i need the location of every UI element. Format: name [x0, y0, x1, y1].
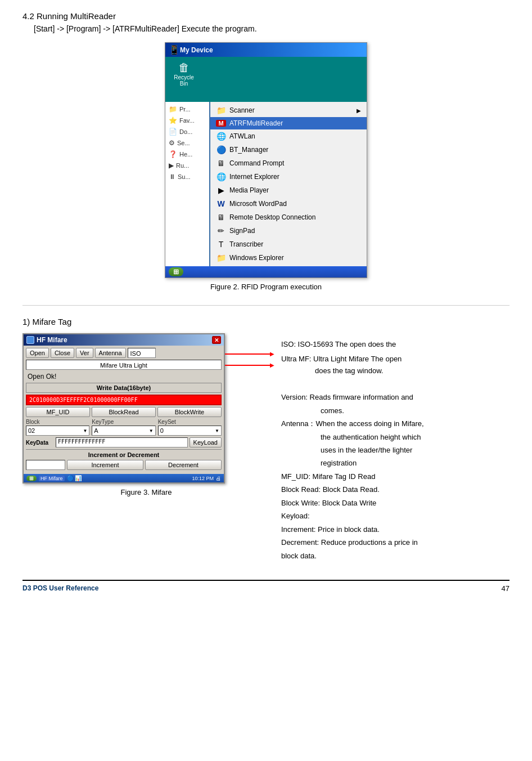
menu-item-windows-explorer[interactable]: 📁 Windows Explorer [210, 251, 367, 265]
statusbar-start-icon[interactable]: ⊞ [26, 476, 37, 481]
keyload-button[interactable]: KeyLoad [190, 437, 222, 447]
write-data-label: Write Data(16byte) [26, 383, 222, 393]
keydata-label: KeyData [26, 440, 54, 446]
menu-item-transcriber[interactable]: T Transcriber [210, 238, 367, 251]
menu-item-ie[interactable]: 🌐 Internet Explorer [210, 170, 367, 183]
atrfmr-icon: M [216, 120, 226, 127]
mifare-titlebar-left: HF Mifare [26, 336, 67, 344]
block-read-button[interactable]: BlockRead [92, 407, 156, 417]
start-button[interactable]: ⊞ [169, 267, 183, 276]
keyset-arrow-icon: ▼ [215, 428, 219, 433]
menu-content: 📁Pr... ⭐Fav... 📄Do... ⚙Se... ❓He... ▶Ru.… [165, 102, 367, 266]
footer-page-number: 47 [502, 584, 510, 593]
statusbar-left: ⊞ HF Mifare 🔵 📊 [26, 475, 82, 481]
menu-item-command-prompt[interactable]: 🖥 Command Prompt [210, 156, 367, 170]
iso-annotation: ISO: ISO-15693 The open does the [281, 339, 510, 350]
mifare-layout: HF Mifare ✕ Open Close Ver Antenna ISO [22, 333, 510, 563]
rd-label: Remote Desktop Connection [229, 213, 315, 221]
scanner-arrow: ▶ [357, 108, 361, 114]
screenshot-titlebar: 📱 My Device [165, 43, 367, 57]
statusbar-hf-item[interactable]: HF Mifare [39, 476, 65, 481]
printer-icon: 🖨 [216, 476, 221, 481]
section-title: 4.2 Running MultiReader [22, 11, 510, 21]
left-item-sus[interactable]: ⏸Su... [165, 171, 209, 182]
iso-input: ISO [128, 348, 156, 358]
signpad-icon: ✏ [216, 226, 226, 235]
scanner-icon: 📁 [216, 106, 226, 115]
transcriber-label: Transcriber [229, 240, 263, 248]
menu-item-media-player[interactable]: ▶ Media Player [210, 183, 367, 197]
block-write-button[interactable]: BlockWrite [157, 407, 222, 417]
left-item-hel[interactable]: ❓He... [165, 149, 209, 160]
wordpad-icon: W [216, 199, 226, 208]
menu-right-panel: 📁 Scanner ▶ M ATRFMultiReader 🌐 ATWLan 🔵 [210, 102, 367, 266]
version-text2: comes. [321, 405, 510, 417]
menu-item-wordpad[interactable]: W Microsoft WordPad [210, 197, 367, 211]
increment-button[interactable]: Increment [67, 460, 143, 470]
block-label: Block [26, 419, 89, 425]
atwlan-label: ATWLan [229, 132, 255, 140]
antenna-button[interactable]: Antenna [95, 348, 126, 358]
block-col: Block 02 ▼ [26, 419, 89, 436]
mifare-right-col: ISO: ISO-15693 The open does the Ultra M… [281, 333, 510, 563]
status-text: Open Ok! [26, 371, 222, 382]
menu-left-panel: 📁Pr... ⭐Fav... 📄Do... ⚙Se... ❓He... ▶Ru.… [165, 102, 210, 266]
left-item-pr[interactable]: 📁Pr... [165, 104, 209, 115]
data-value-box[interactable]: 2C010000D3FEFFFF2C01000000FF00FF [26, 395, 222, 405]
toolbar-row1: Open Close Ver Antenna ISO [26, 348, 222, 358]
left-item-fav[interactable]: ⭐Fav... [165, 115, 209, 126]
ultra-arrow [225, 365, 270, 366]
left-item-run[interactable]: ▶Ru... [165, 160, 209, 171]
keytype-input[interactable]: A ▼ [92, 426, 155, 436]
media-icon: ▶ [216, 186, 226, 195]
mifare-close-btn[interactable]: ✕ [212, 336, 221, 344]
statusbar-right: 10:12 PM 🖨 [192, 476, 221, 481]
menu-item-atrfmultireader[interactable]: M ATRFMultiReader [210, 117, 367, 129]
ultra-annotation-sub: does the tag window. [315, 365, 510, 377]
left-item-set[interactable]: ⚙Se... [165, 137, 209, 149]
we-icon: 📁 [216, 253, 226, 262]
keyset-input[interactable]: 0 ▼ [158, 426, 222, 436]
mifare-title-text: HF Mifare [37, 336, 67, 344]
keytype-arrow-icon: ▼ [149, 428, 154, 433]
mifare-section: 1) Mifare Tag HF Mifare ✕ [22, 317, 510, 563]
figure1-caption: Figure 2. RFID Program execution [210, 283, 322, 291]
menu-item-btmanager[interactable]: 🔵 BT_Manager [210, 143, 367, 156]
bt-icon: 🔵 [216, 145, 226, 154]
left-item-doc[interactable]: 📄Do... [165, 126, 209, 137]
block-keytype-row: Block 02 ▼ KeyType A ▼ [26, 419, 222, 436]
decrement-text2: block data. [281, 550, 510, 562]
menu-item-remote-desktop[interactable]: 🖥 Remote Desktop Connection [210, 211, 367, 224]
uid-block-row: MF_UID BlockRead BlockWrite [26, 407, 222, 417]
keydata-input[interactable]: FFFFFFFFFFFFFF [56, 437, 188, 447]
version-text: Version: Reads firmware information and [281, 391, 510, 403]
taskbar: ⊞ [165, 266, 367, 277]
ver-button[interactable]: Ver [76, 348, 93, 358]
menu-item-scanner[interactable]: 📁 Scanner ▶ [210, 104, 367, 117]
antenna-text4: registration [321, 457, 510, 469]
atwlan-icon: 🌐 [216, 132, 226, 141]
close-button[interactable]: Close [51, 348, 74, 358]
cmd-label: Command Prompt [229, 159, 284, 167]
menu-item-signpad[interactable]: ✏ SignPad [210, 224, 367, 238]
figure1-container: 📱 My Device 🗑 Recycle Bin 📁Pr... ⭐Fav...… [22, 42, 510, 297]
inc-dec-row: Increment Decrement [26, 460, 222, 470]
keytype-col: KeyType A ▼ [92, 419, 155, 436]
screenshot-window: 📱 My Device 🗑 Recycle Bin 📁Pr... ⭐Fav...… [165, 42, 367, 278]
open-button[interactable]: Open [26, 348, 49, 358]
scanner-label: Scanner [229, 106, 255, 114]
atrfmr-label: ATRFMultiReader [229, 119, 283, 127]
mifare-body: Open Close Ver Antenna ISO Mifare Ultra … [24, 346, 224, 474]
keytype-label: KeyType [92, 419, 155, 425]
block-input[interactable]: 02 ▼ [26, 426, 89, 436]
menu-item-atwlan[interactable]: 🌐 ATWLan [210, 129, 367, 143]
mifare-left-col: HF Mifare ✕ Open Close Ver Antenna ISO [22, 333, 270, 502]
inc-input[interactable] [26, 460, 65, 470]
section-divider [22, 305, 510, 306]
keyset-col: KeySet 0 ▼ [158, 419, 222, 436]
decrement-button[interactable]: Decrement [145, 460, 222, 470]
keyset-label: KeySet [158, 419, 222, 425]
ie-icon: 🌐 [216, 172, 226, 181]
transcriber-icon: T [216, 240, 226, 249]
mf-uid-button[interactable]: MF_UID [26, 407, 90, 417]
